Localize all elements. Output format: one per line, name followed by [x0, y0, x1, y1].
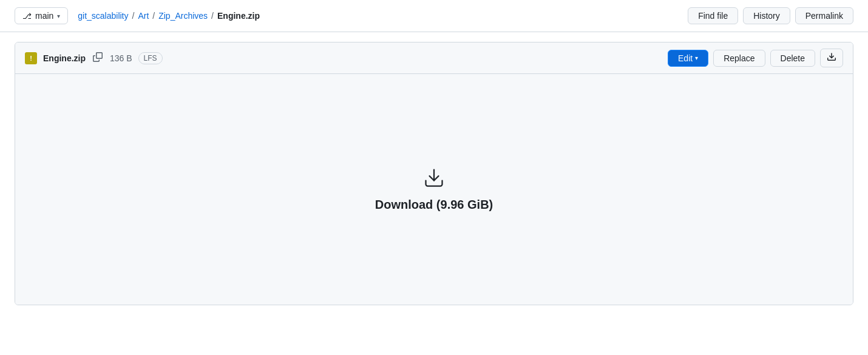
edit-dropdown-icon: ▾	[695, 55, 698, 61]
top-actions: Find file History Permalink	[688, 7, 853, 24]
permalink-button[interactable]: Permalink	[795, 7, 853, 24]
top-bar: ⎇ main ▾ git_scalability / Art / Zip_Arc…	[0, 0, 868, 32]
file-container: ! Engine.zip 136 B LFS Edit ▾ Replace De…	[15, 42, 853, 305]
replace-button[interactable]: Replace	[713, 50, 765, 67]
branch-selector[interactable]: ⎇ main ▾	[15, 7, 68, 24]
breadcrumb-art[interactable]: Art	[138, 11, 149, 21]
file-name: Engine.zip	[43, 53, 86, 63]
file-body: Download (9.96 GiB)	[15, 74, 853, 305]
copy-icon	[93, 52, 103, 62]
file-info: ! Engine.zip 136 B LFS	[25, 51, 163, 65]
file-type-icon: !	[25, 52, 37, 64]
download-icon-large	[423, 167, 445, 191]
file-header: ! Engine.zip 136 B LFS Edit ▾ Replace De…	[15, 42, 853, 74]
breadcrumb-zip-archives[interactable]: Zip_Archives	[158, 11, 208, 21]
delete-button[interactable]: Delete	[770, 50, 815, 67]
breadcrumb-slash-1: /	[132, 11, 135, 21]
edit-button[interactable]: Edit ▾	[668, 50, 708, 67]
copy-path-button[interactable]	[92, 51, 104, 65]
download-label[interactable]: Download (9.96 GiB)	[375, 198, 493, 212]
download-button[interactable]	[820, 49, 843, 67]
breadcrumb-slash-3: /	[211, 11, 214, 21]
history-button[interactable]: History	[743, 7, 790, 24]
find-file-button[interactable]: Find file	[688, 7, 738, 24]
breadcrumb-slash-2: /	[152, 11, 155, 21]
download-icon	[827, 52, 836, 62]
file-actions: Edit ▾ Replace Delete	[668, 49, 843, 67]
breadcrumb-current-file: Engine.zip	[217, 11, 260, 21]
breadcrumb-sep-1	[72, 11, 74, 21]
breadcrumb-repo[interactable]: git_scalability	[78, 11, 128, 21]
branch-name: main	[35, 11, 53, 21]
breadcrumb: ⎇ main ▾ git_scalability / Art / Zip_Arc…	[15, 7, 260, 24]
branch-icon: ⎇	[22, 12, 32, 21]
lfs-badge: LFS	[138, 52, 163, 64]
file-size: 136 B	[110, 53, 132, 63]
chevron-down-icon: ▾	[57, 13, 60, 19]
